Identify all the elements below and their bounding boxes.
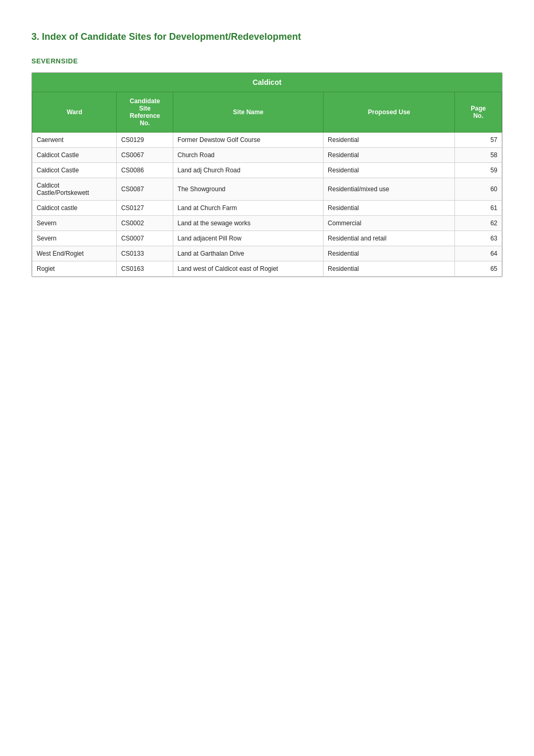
cell-ref: CS0163 [117,261,173,277]
cell-ref: CS0129 [117,133,173,148]
cell-name: Land at Church Farm [173,201,324,216]
table-row: RogietCS0163Land west of Caldicot east o… [32,261,502,277]
table-row: West End/RogietCS0133Land at Garthalan D… [32,246,502,261]
cell-page: 57 [455,133,502,148]
section-label: SEVERNSIDE [31,57,503,65]
cell-ward: Caldicot Castle [32,163,117,178]
cell-ward: Caldicot Castle [32,148,117,163]
col-header-use: Proposed Use [324,92,455,133]
table-row: Caldicot CastleCS0086Land adj Church Roa… [32,163,502,178]
col-page-line1: Page [471,105,486,112]
cell-ward: Severn [32,216,117,231]
cell-ref: CS0067 [117,148,173,163]
cell-page: 63 [455,231,502,246]
col-ref-line3: Reference [130,112,160,119]
cell-name: Church Road [173,148,324,163]
col-header-ref: Candidate Site Reference No. [117,92,173,133]
cell-ward: Caerwent [32,133,117,148]
col-ref-line1: Candidate [130,97,160,105]
cell-name: Land at the sewage works [173,216,324,231]
cell-use: Residential [324,133,455,148]
cell-ref: CS0002 [117,216,173,231]
table-row: Caldicot CastleCS0067Church RoadResident… [32,148,502,163]
col-header-page: Page No. [455,92,502,133]
cell-use: Residential [324,246,455,261]
col-ref-line4: No. [140,119,150,127]
cell-use: Residential and retail [324,231,455,246]
cell-ref: CS0086 [117,163,173,178]
cell-ref: CS0127 [117,201,173,216]
cell-use: Residential [324,148,455,163]
cell-ward: West End/Rogiet [32,246,117,261]
cell-name: Land at Garthalan Drive [173,246,324,261]
cell-page: 59 [455,163,502,178]
cell-use: Commercial [324,216,455,231]
cell-page: 61 [455,201,502,216]
cell-use: Residential [324,201,455,216]
cell-ref: CS0087 [117,178,173,201]
cell-name: Land adjacent Pill Row [173,231,324,246]
cell-use: Residential [324,261,455,277]
col-ref-line2: Site [139,105,151,112]
page-title: 3. Index of Candidate Sites for Developm… [31,31,503,42]
col-page-line2: No. [473,112,483,119]
candidate-sites-table: Caldicot Ward Candidate Site Reference N… [31,72,503,277]
cell-use: Residential [324,163,455,178]
cell-page: 62 [455,216,502,231]
col-header-name: Site Name [173,92,324,133]
cell-name: Land adj Church Road [173,163,324,178]
cell-ref: CS0007 [117,231,173,246]
cell-page: 65 [455,261,502,277]
cell-ref: CS0133 [117,246,173,261]
table-row: SevernCS0002Land at the sewage worksComm… [32,216,502,231]
cell-page: 64 [455,246,502,261]
table-row: SevernCS0007Land adjacent Pill RowReside… [32,231,502,246]
cell-name: Land west of Caldicot east of Rogiet [173,261,324,277]
cell-page: 58 [455,148,502,163]
col-header-ward: Ward [32,92,117,133]
cell-ward: Caldicot Castle/Portskewett [32,178,117,201]
cell-ward: Caldicot castle [32,201,117,216]
cell-ward: Rogiet [32,261,117,277]
cell-page: 60 [455,178,502,201]
cell-ward: Severn [32,231,117,246]
table-row: CaerwentCS0129Former Dewstow Golf Course… [32,133,502,148]
table-row: Caldicot Castle/PortskewettCS0087The Sho… [32,178,502,201]
cell-use: Residential/mixed use [324,178,455,201]
cell-name: Former Dewstow Golf Course [173,133,324,148]
table-group-header: Caldicot [32,73,502,92]
cell-name: The Showground [173,178,324,201]
table-row: Caldicot castleCS0127Land at Church Farm… [32,201,502,216]
